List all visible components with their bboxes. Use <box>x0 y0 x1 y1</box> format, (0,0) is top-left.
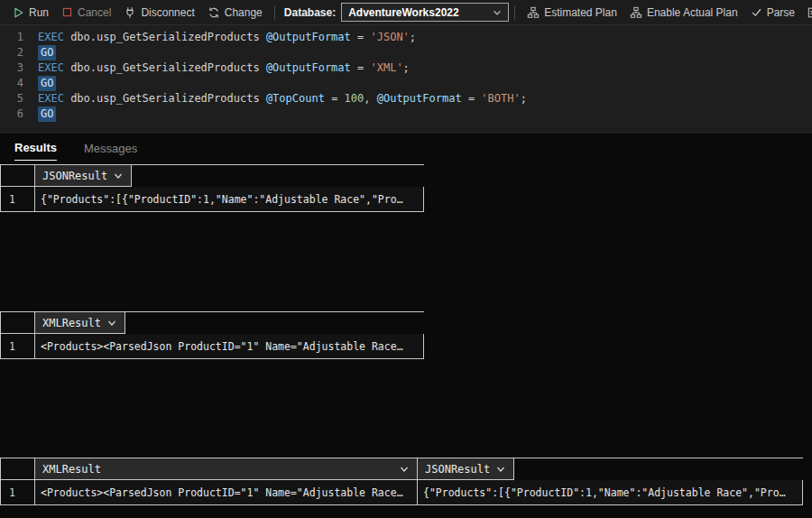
stop-icon <box>61 6 73 18</box>
column-header-label: JSONResult <box>425 463 490 476</box>
result-grid-both: XMLResult JSONResult 1 <Products><P <box>0 458 803 505</box>
parse-label: Parse <box>767 6 795 19</box>
column-header-jsonresult[interactable]: JSONResult <box>418 458 514 480</box>
actual-plan-icon <box>630 6 642 19</box>
column-header-jsonresult[interactable]: JSONResult <box>35 165 132 187</box>
database-label: Database: <box>281 6 341 19</box>
code-token: @OutputFormat <box>266 60 357 76</box>
estimated-plan-label: Estimated Plan <box>544 6 617 19</box>
grid-corner-cell[interactable] <box>1 458 35 480</box>
grid-data-row: 1 {"Products":[{"ProductID":1,"Name":"Ad… <box>1 187 424 212</box>
enable-actual-plan-label: Enable Actual Plan <box>647 6 738 19</box>
line-number: 2 <box>0 45 38 60</box>
run-label: Run <box>29 6 49 19</box>
column-header-label: XMLResult <box>42 317 101 329</box>
grid-corner-cell[interactable] <box>1 312 35 334</box>
cancel-label: Cancel <box>78 6 111 19</box>
database-dropdown-value: AdventureWorks2022 <box>348 6 459 19</box>
run-button[interactable]: Run <box>5 3 55 23</box>
code-token: = <box>468 91 481 106</box>
checkmark-icon <box>751 6 762 18</box>
result-cell-json[interactable]: {"Products":[{"ProductID":1,"Name":"Adju… <box>35 187 424 212</box>
refresh-icon <box>208 6 220 19</box>
code-token: @TopCount <box>266 91 331 106</box>
column-header-xmlresult[interactable]: XMLResult <box>35 312 125 334</box>
query-editor-window: Run Cancel Disconnect Change Database: A… <box>0 0 812 518</box>
code-token: dbo.usp_GetSerializedProducts <box>70 30 266 45</box>
code-token: EXEC <box>38 60 70 76</box>
column-header-label: JSONResult <box>42 170 107 182</box>
code-token: @OutputFormat <box>377 91 468 106</box>
code-token: dbo.usp_GetSerializedProducts <box>70 60 266 76</box>
code-token: = <box>357 60 370 76</box>
result-cell-xml[interactable]: <Products><ParsedJson ProductID="1" Name… <box>35 480 418 505</box>
results-tabbar: Results Messages <box>0 134 812 161</box>
query-toolbar: Run Cancel Disconnect Change Database: A… <box>0 0 812 25</box>
database-dropdown[interactable]: AdventureWorks2022 <box>341 3 509 22</box>
code-token: = <box>357 30 370 45</box>
code-token: EXEC <box>38 30 70 45</box>
toolbar-separator <box>274 5 275 20</box>
change-label: Change <box>225 6 263 19</box>
code-line: 1 EXEC dbo.usp_GetSerializedProducts @Ou… <box>0 30 812 45</box>
tab-results[interactable]: Results <box>14 141 57 161</box>
column-header-xmlresult[interactable]: XMLResult <box>35 458 418 480</box>
code-line: 4 GO <box>0 76 812 91</box>
terminal-icon <box>807 6 812 19</box>
row-number-cell[interactable]: 1 <box>1 187 35 212</box>
code-line: 5 EXEC dbo.usp_GetSerializedProducts @To… <box>0 91 812 106</box>
run-icon <box>12 6 24 19</box>
code-token: = <box>331 91 344 106</box>
column-header-label: XMLResult <box>42 463 101 476</box>
row-number-cell[interactable]: 1 <box>1 480 35 505</box>
cancel-button[interactable]: Cancel <box>55 3 117 23</box>
code-token: 'XML' <box>370 60 402 76</box>
result-grid-json: JSONResult 1 {"Products":[{"ProductID":1… <box>0 164 424 212</box>
estimated-plan-button[interactable]: Estimated Plan <box>521 3 623 23</box>
grid-data-row: 1 <Products><ParsedJson ProductID="1" Na… <box>1 480 803 505</box>
code-token: EXEC <box>38 91 70 106</box>
disconnect-button[interactable]: Disconnect <box>117 3 200 23</box>
grid-corner-cell[interactable] <box>1 165 35 187</box>
go-batch-separator: GO <box>38 45 56 60</box>
chevron-down-icon[interactable] <box>490 464 506 475</box>
code-token: , <box>364 91 376 106</box>
parse-button[interactable]: Parse <box>744 3 801 23</box>
grid-header-row: XMLResult <box>1 312 424 334</box>
line-number: 4 <box>0 76 38 91</box>
chevron-down-icon <box>493 8 502 17</box>
code-token: @OutputFormat <box>266 30 357 45</box>
result-grids-area: JSONResult 1 {"Products":[{"ProductID":1… <box>0 161 812 518</box>
chevron-down-icon[interactable] <box>393 464 410 475</box>
line-number: 3 <box>0 60 38 76</box>
results-pane: Results Messages JSONResult 1 {"Pro <box>0 134 812 518</box>
row-number-cell[interactable]: 1 <box>1 334 35 359</box>
enable-actual-plan-button[interactable]: Enable Actual Plan <box>623 3 744 23</box>
go-batch-separator: GO <box>38 76 56 91</box>
query-plan-icon <box>527 6 540 19</box>
sql-editor[interactable]: 1 EXEC dbo.usp_GetSerializedProducts @Ou… <box>0 25 812 134</box>
line-number: 1 <box>0 30 38 45</box>
grid-header-row: JSONResult <box>1 165 424 187</box>
code-token: 'JSON' <box>370 30 409 45</box>
code-token: 'BOTH' <box>481 91 520 106</box>
chevron-down-icon[interactable] <box>107 171 124 181</box>
result-cell-json[interactable]: {"Products":[{"ProductID":1,"Name":"Adju… <box>418 480 803 505</box>
result-cell-xml[interactable]: <Products><ParsedJson ProductID="1" Name… <box>35 334 424 359</box>
plug-icon <box>124 6 136 19</box>
code-token: 100 <box>345 91 364 106</box>
grid-data-row: 1 <Products><ParsedJson ProductID="1" Na… <box>1 334 424 359</box>
change-connection-button[interactable]: Change <box>201 3 269 23</box>
chevron-down-icon[interactable] <box>101 318 117 328</box>
code-line: 2 GO <box>0 45 812 60</box>
line-number: 5 <box>0 91 38 106</box>
code-line: 3 EXEC dbo.usp_GetSerializedProducts @Ou… <box>0 60 812 76</box>
code-token: ; <box>403 60 410 76</box>
disconnect-label: Disconnect <box>141 6 194 19</box>
result-grid-xml: XMLResult 1 <Products><ParsedJson Produc… <box>0 311 424 359</box>
enable-sqlcmd-button[interactable]: Enable SQLCMD <box>801 3 812 23</box>
tab-messages[interactable]: Messages <box>84 142 137 161</box>
code-token: ; <box>410 30 416 45</box>
code-token: ; <box>521 91 527 106</box>
code-line: 6 GO <box>0 106 812 122</box>
